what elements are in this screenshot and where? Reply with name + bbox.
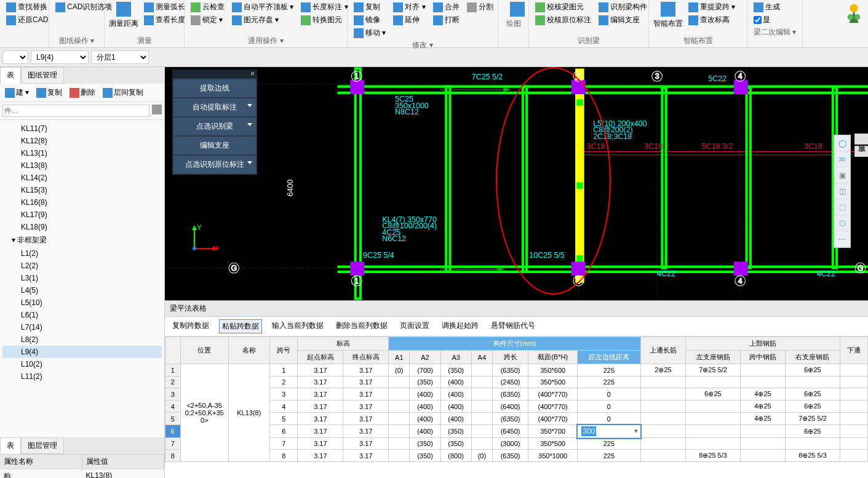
cell-position[interactable]: <2+50,A-350;2+50,K+350>	[180, 364, 228, 462]
cell-a4[interactable]	[471, 388, 492, 400]
cell-bthru[interactable]	[840, 400, 867, 413]
align-button[interactable]: 对齐 ▾	[391, 1, 428, 13]
cell-span[interactable]: 5	[270, 413, 298, 425]
cell-name[interactable]: KL13(8)	[228, 364, 270, 462]
split-button[interactable]: 分割	[464, 1, 496, 13]
view-cube2-button[interactable]: ◫	[834, 183, 850, 199]
cell-a2[interactable]: (400)	[410, 400, 440, 413]
cell-a1[interactable]	[389, 400, 410, 413]
right-tab-2[interactable]: 图元	[854, 146, 868, 157]
tree-item[interactable]: KL18(9)	[2, 221, 162, 233]
view-3d-button[interactable]: ◯	[834, 135, 850, 151]
check-beam-elem-button[interactable]: 校核梁图元	[533, 1, 594, 13]
extend-button[interactable]: 延伸	[391, 14, 428, 26]
cell-dist[interactable]: 225	[578, 364, 640, 376]
view-length-button[interactable]: 查看长度	[141, 14, 188, 26]
cell-a1[interactable]: (0)	[389, 364, 410, 376]
mirror-button[interactable]: 镜像	[351, 14, 388, 26]
view-iso-button[interactable]: 3D	[834, 151, 850, 167]
cell-rs[interactable]: 7⊕25 5/2	[786, 413, 840, 425]
general-ops-label[interactable]: 通用操作 ▾	[188, 36, 343, 46]
col-sec[interactable]: 截面(B*H)	[528, 351, 578, 364]
col-top-group[interactable]: 上部钢筋	[686, 337, 840, 351]
row-number[interactable]: 2	[165, 376, 181, 388]
cantilever-code-button[interactable]: 悬臂钢筋代号	[488, 319, 538, 333]
floor-copy-button[interactable]: 层间复制	[100, 86, 146, 99]
cell-ls[interactable]: 6⊕25	[686, 388, 740, 400]
cell-a1[interactable]	[389, 413, 410, 425]
tree-item[interactable]: L5(10)	[2, 297, 162, 309]
col-a2[interactable]: A2	[410, 351, 440, 364]
cell-a3[interactable]: (400)	[440, 376, 471, 388]
cell-bthru[interactable]	[840, 364, 867, 376]
tab-list-2[interactable]: 表	[0, 437, 21, 454]
show-checkbox[interactable]: 显	[751, 14, 798, 26]
row-number[interactable]: 7	[165, 438, 181, 450]
copy-span-button[interactable]: 复制跨数据	[170, 319, 212, 333]
cell-a3[interactable]: (350)	[440, 438, 471, 450]
table-row[interactable]: 333.173.17(400)(400)(6350)(400*770)06⊕25…	[165, 388, 868, 400]
table-row[interactable]: 443.173.17(400)(400)(6400)(400*770)04⊕25…	[165, 400, 868, 413]
cell-a4[interactable]	[471, 413, 492, 425]
cell-sec[interactable]: 350*600	[528, 364, 578, 376]
cell-dist[interactable]: 225	[578, 376, 640, 388]
cell-len[interactable]: (6350)	[493, 388, 528, 400]
cell-len[interactable]: (6400)	[493, 400, 528, 413]
lock-button[interactable]: 锁定 ▾	[188, 14, 227, 26]
col-span[interactable]: 跨号	[270, 337, 298, 364]
cell-thru[interactable]	[640, 438, 686, 450]
col-dist[interactable]: 距左边线距离	[578, 351, 640, 364]
table-row[interactable]: 223.173.17(350)(400)(2450)350*500225	[165, 376, 868, 388]
click-recognize-beam-button[interactable]: 点选识别梁	[173, 118, 256, 135]
measure-distance-button[interactable]: 测量距离	[108, 1, 139, 34]
cell-a2[interactable]: (700)	[410, 364, 440, 376]
cell-len[interactable]: (6350)	[493, 413, 528, 425]
tree-group-nonframe[interactable]: 非框架梁	[2, 233, 162, 247]
cell-a3[interactable]: (400)	[440, 400, 471, 413]
tree-item[interactable]: L8(2)	[2, 333, 162, 346]
cell-a4[interactable]: (0)	[471, 450, 492, 462]
table-row[interactable]: 883.173.17(350)(800)(0)(6350)350*1000225…	[165, 450, 868, 462]
cell-span[interactable]: 3	[270, 388, 298, 400]
cell-ee[interactable]: 3.17	[343, 425, 389, 438]
cell-dist[interactable]: 0	[578, 413, 640, 425]
smart-layout-button[interactable]: 智能布置	[653, 1, 683, 34]
cell-len[interactable]: (6350)	[493, 450, 528, 462]
cell-rs[interactable]	[786, 376, 840, 388]
tree-item[interactable]: KL14(2)	[2, 172, 162, 184]
cell-a2[interactable]: (400)	[410, 425, 440, 438]
dropdown-layer[interactable]: 分层1	[91, 50, 149, 64]
cell-bthru[interactable]	[840, 388, 867, 400]
cell-a4[interactable]	[471, 425, 492, 438]
tab-drawing-mgmt[interactable]: 图纸管理	[21, 67, 64, 84]
find-replace-button[interactable]: 查找替换	[4, 1, 45, 13]
cell-span[interactable]: 7	[270, 438, 298, 450]
cell-a3[interactable]: (400)	[440, 388, 471, 400]
close-button[interactable]: ×	[172, 70, 257, 78]
cell-rs[interactable]: 6⊕25	[786, 388, 840, 400]
tree-item[interactable]: KL13(8)	[2, 159, 162, 172]
auto-extract-label-button[interactable]: 自动提取标注	[173, 98, 256, 116]
cell-mid[interactable]: 4⊕25	[740, 388, 786, 400]
tree-item[interactable]: L10(2)	[2, 358, 162, 370]
cell-a3[interactable]: (800)	[440, 450, 471, 462]
restore-cad-button[interactable]: 还原CAD	[4, 14, 45, 26]
right-tab-1[interactable]: 显示	[854, 133, 868, 145]
col-bottom-thru[interactable]: 下通	[840, 337, 867, 364]
table-row[interactable]: 1<2+50,A-350;2+50,K+350>KL13(8)13.173.17…	[165, 364, 868, 376]
cell-es[interactable]: 3.17	[298, 376, 343, 388]
cell-dist[interactable]: 225	[578, 438, 640, 450]
cell-len[interactable]: (6450)	[493, 425, 528, 438]
cell-thru[interactable]	[640, 400, 686, 413]
cell-a3[interactable]: (400)	[440, 413, 471, 425]
cell-es[interactable]: 3.17	[298, 400, 343, 413]
recognize-beam-button[interactable]: 识别梁构件	[596, 1, 650, 13]
new-button[interactable]: 建 ▾	[2, 86, 31, 99]
delete-col-button[interactable]: 删除当前列数据	[333, 319, 390, 333]
col-a4[interactable]: A4	[471, 351, 492, 364]
table-row[interactable]: 663.173.17(400)(350)(6450)350*7003006⊕25	[165, 425, 868, 438]
tree-item[interactable]: L2(2)	[2, 260, 162, 272]
cell-thru[interactable]: 2⊕25	[640, 364, 686, 376]
cell-ls[interactable]	[686, 413, 740, 425]
col-thru[interactable]: 上通长筋	[640, 337, 686, 364]
